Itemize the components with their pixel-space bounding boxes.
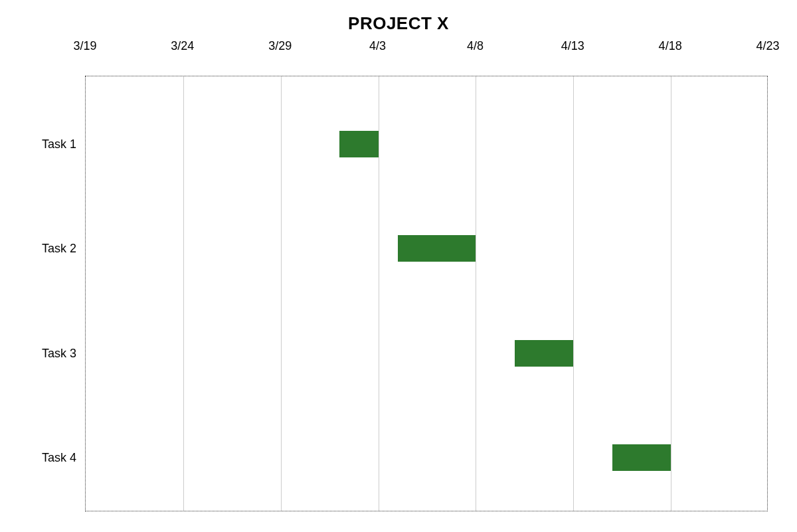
x-tick-label: 4/13 [561,39,584,53]
x-axis: 3/193/243/294/34/84/134/184/23 [0,37,797,59]
y-tick-label: Task 2 [42,242,76,256]
x-tick-label: 4/8 [467,39,484,53]
task-bar [612,444,671,471]
x-tick-label: 3/24 [171,39,194,53]
gantt-chart: PROJECT X 3/193/243/294/34/84/134/184/23… [0,13,797,59]
task-bar [339,131,379,157]
x-tick-label: 3/19 [73,39,96,53]
grid-line [671,76,671,511]
x-tick-label: 4/3 [369,39,386,53]
grid-line [281,76,282,511]
x-tick-label: 3/29 [268,39,292,53]
grid-line [379,76,379,511]
y-tick-label: Task 4 [42,451,76,465]
grid-line [573,76,574,511]
y-tick-label: Task 1 [42,137,76,151]
x-tick-label: 4/18 [659,39,682,53]
task-bar [398,235,476,262]
task-bar [515,340,573,367]
grid-line [476,76,476,511]
plot-area: Task 1Task 2Task 3Task 4 [85,76,768,511]
y-tick-label: Task 3 [42,346,76,360]
grid-line [183,76,184,511]
chart-title: PROJECT X [0,13,797,34]
x-tick-label: 4/23 [756,39,779,53]
